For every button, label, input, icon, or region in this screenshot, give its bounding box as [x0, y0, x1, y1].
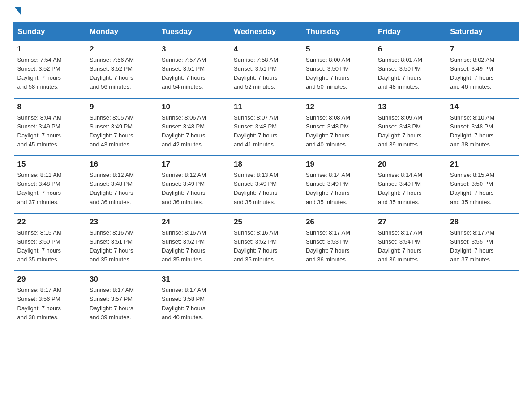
day-number: 21: [450, 160, 515, 169]
calendar-cell: 14 Sunrise: 8:10 AM Sunset: 3:48 PM Dayl…: [446, 98, 519, 156]
calendar-cell: 21 Sunrise: 8:15 AM Sunset: 3:50 PM Dayl…: [446, 156, 519, 214]
day-info: Sunrise: 8:17 AM Sunset: 3:54 PM Dayligh…: [378, 228, 442, 265]
calendar-header: SundayMondayTuesdayWednesdayThursdayFrid…: [14, 23, 519, 41]
calendar-cell: 27 Sunrise: 8:17 AM Sunset: 3:54 PM Dayl…: [374, 214, 446, 271]
day-info: Sunrise: 8:13 AM Sunset: 3:49 PM Dayligh…: [234, 171, 298, 207]
day-number: 17: [162, 160, 226, 169]
day-number: 14: [450, 103, 515, 111]
day-info: Sunrise: 8:17 AM Sunset: 3:58 PM Dayligh…: [162, 286, 226, 322]
day-info: Sunrise: 8:06 AM Sunset: 3:48 PM Dayligh…: [162, 113, 226, 150]
day-number: 26: [306, 218, 370, 227]
calendar-cell: 2 Sunrise: 7:56 AM Sunset: 3:52 PM Dayli…: [86, 41, 158, 98]
calendar-cell: 13 Sunrise: 8:09 AM Sunset: 3:48 PM Dayl…: [374, 98, 446, 156]
weekday-header-wednesday: Wednesday: [230, 23, 302, 41]
calendar-cell: [230, 271, 302, 328]
day-number: 22: [17, 218, 82, 227]
day-info: Sunrise: 8:14 AM Sunset: 3:49 PM Dayligh…: [378, 171, 442, 207]
calendar-cell: 17 Sunrise: 8:12 AM Sunset: 3:49 PM Dayl…: [158, 156, 230, 214]
day-number: 18: [234, 160, 298, 169]
day-number: 5: [306, 45, 370, 54]
logo-triangle-icon: [15, 7, 21, 15]
calendar-cell: 1 Sunrise: 7:54 AM Sunset: 3:52 PM Dayli…: [14, 41, 86, 98]
day-info: Sunrise: 8:07 AM Sunset: 3:48 PM Dayligh…: [234, 113, 298, 150]
logo: [13, 9, 21, 13]
day-info: Sunrise: 8:11 AM Sunset: 3:48 PM Dayligh…: [17, 171, 82, 207]
calendar-cell: 12 Sunrise: 8:08 AM Sunset: 3:48 PM Dayl…: [302, 98, 374, 156]
day-info: Sunrise: 8:05 AM Sunset: 3:49 PM Dayligh…: [90, 113, 154, 150]
day-number: 28: [450, 218, 515, 227]
calendar-cell: 26 Sunrise: 8:17 AM Sunset: 3:53 PM Dayl…: [302, 214, 374, 271]
day-info: Sunrise: 8:15 AM Sunset: 3:50 PM Dayligh…: [17, 228, 82, 265]
day-number: 4: [234, 45, 298, 54]
day-info: Sunrise: 8:16 AM Sunset: 3:52 PM Dayligh…: [234, 228, 298, 265]
calendar-cell: 5 Sunrise: 8:00 AM Sunset: 3:50 PM Dayli…: [302, 41, 374, 98]
day-number: 2: [90, 45, 154, 54]
weekday-header-row: SundayMondayTuesdayWednesdayThursdayFrid…: [14, 23, 519, 41]
calendar-cell: 8 Sunrise: 8:04 AM Sunset: 3:49 PM Dayli…: [14, 98, 86, 156]
logo-text: [13, 9, 21, 15]
day-number: 25: [234, 218, 298, 227]
calendar-cell: 11 Sunrise: 8:07 AM Sunset: 3:48 PM Dayl…: [230, 98, 302, 156]
day-info: Sunrise: 8:08 AM Sunset: 3:48 PM Dayligh…: [306, 113, 370, 150]
calendar-cell: 22 Sunrise: 8:15 AM Sunset: 3:50 PM Dayl…: [14, 214, 86, 271]
calendar-cell: 30 Sunrise: 8:17 AM Sunset: 3:57 PM Dayl…: [86, 271, 158, 328]
calendar-cell: 7 Sunrise: 8:02 AM Sunset: 3:49 PM Dayli…: [446, 41, 519, 98]
calendar-cell: 16 Sunrise: 8:12 AM Sunset: 3:48 PM Dayl…: [86, 156, 158, 214]
day-number: 3: [162, 45, 226, 54]
weekday-header-friday: Friday: [374, 23, 446, 41]
day-number: 15: [17, 160, 82, 169]
calendar-week-4: 22 Sunrise: 8:15 AM Sunset: 3:50 PM Dayl…: [14, 214, 519, 271]
day-number: 11: [234, 103, 298, 111]
calendar-cell: 18 Sunrise: 8:13 AM Sunset: 3:49 PM Dayl…: [230, 156, 302, 214]
day-number: 6: [378, 45, 442, 54]
calendar-body: 1 Sunrise: 7:54 AM Sunset: 3:52 PM Dayli…: [14, 41, 519, 328]
calendar-cell: [446, 271, 519, 328]
day-number: 13: [378, 103, 442, 111]
day-number: 20: [378, 160, 442, 169]
calendar-cell: [302, 271, 374, 328]
day-info: Sunrise: 7:56 AM Sunset: 3:52 PM Dayligh…: [90, 56, 154, 92]
day-info: Sunrise: 8:00 AM Sunset: 3:50 PM Dayligh…: [306, 56, 370, 92]
calendar-week-3: 15 Sunrise: 8:11 AM Sunset: 3:48 PM Dayl…: [14, 156, 519, 214]
calendar-cell: 3 Sunrise: 7:57 AM Sunset: 3:51 PM Dayli…: [158, 41, 230, 98]
page-header: [13, 9, 519, 13]
calendar-week-5: 29 Sunrise: 8:17 AM Sunset: 3:56 PM Dayl…: [14, 271, 519, 328]
day-info: Sunrise: 7:54 AM Sunset: 3:52 PM Dayligh…: [17, 56, 82, 92]
day-info: Sunrise: 8:02 AM Sunset: 3:49 PM Dayligh…: [450, 56, 515, 92]
calendar-cell: 15 Sunrise: 8:11 AM Sunset: 3:48 PM Dayl…: [14, 156, 86, 214]
weekday-header-sunday: Sunday: [14, 23, 86, 41]
day-number: 7: [450, 45, 515, 54]
day-number: 16: [90, 160, 154, 169]
day-info: Sunrise: 8:12 AM Sunset: 3:49 PM Dayligh…: [162, 171, 226, 207]
calendar-week-2: 8 Sunrise: 8:04 AM Sunset: 3:49 PM Dayli…: [14, 98, 519, 156]
weekday-header-tuesday: Tuesday: [158, 23, 230, 41]
day-info: Sunrise: 8:16 AM Sunset: 3:52 PM Dayligh…: [162, 228, 226, 265]
calendar-cell: 29 Sunrise: 8:17 AM Sunset: 3:56 PM Dayl…: [14, 271, 86, 328]
day-number: 24: [162, 218, 226, 227]
calendar-cell: 4 Sunrise: 7:58 AM Sunset: 3:51 PM Dayli…: [230, 41, 302, 98]
day-number: 1: [17, 45, 82, 54]
calendar-cell: 6 Sunrise: 8:01 AM Sunset: 3:50 PM Dayli…: [374, 41, 446, 98]
day-number: 30: [90, 275, 154, 284]
day-number: 29: [17, 275, 82, 284]
calendar-cell: 19 Sunrise: 8:14 AM Sunset: 3:49 PM Dayl…: [302, 156, 374, 214]
day-number: 8: [17, 103, 82, 111]
calendar-cell: 25 Sunrise: 8:16 AM Sunset: 3:52 PM Dayl…: [230, 214, 302, 271]
day-info: Sunrise: 8:17 AM Sunset: 3:56 PM Dayligh…: [17, 286, 82, 322]
day-info: Sunrise: 8:10 AM Sunset: 3:48 PM Dayligh…: [450, 113, 515, 150]
calendar-table: SundayMondayTuesdayWednesdayThursdayFrid…: [13, 22, 519, 328]
day-number: 12: [306, 103, 370, 111]
day-number: 9: [90, 103, 154, 111]
calendar-cell: 20 Sunrise: 8:14 AM Sunset: 3:49 PM Dayl…: [374, 156, 446, 214]
weekday-header-thursday: Thursday: [302, 23, 374, 41]
weekday-header-saturday: Saturday: [446, 23, 519, 41]
weekday-header-monday: Monday: [86, 23, 158, 41]
day-info: Sunrise: 8:01 AM Sunset: 3:50 PM Dayligh…: [378, 56, 442, 92]
day-info: Sunrise: 8:12 AM Sunset: 3:48 PM Dayligh…: [90, 171, 154, 207]
calendar-cell: 24 Sunrise: 8:16 AM Sunset: 3:52 PM Dayl…: [158, 214, 230, 271]
day-info: Sunrise: 8:17 AM Sunset: 3:57 PM Dayligh…: [90, 286, 154, 322]
calendar-cell: 28 Sunrise: 8:17 AM Sunset: 3:55 PM Dayl…: [446, 214, 519, 271]
day-info: Sunrise: 8:14 AM Sunset: 3:49 PM Dayligh…: [306, 171, 370, 207]
calendar-cell: [374, 271, 446, 328]
day-info: Sunrise: 8:17 AM Sunset: 3:55 PM Dayligh…: [450, 228, 515, 265]
